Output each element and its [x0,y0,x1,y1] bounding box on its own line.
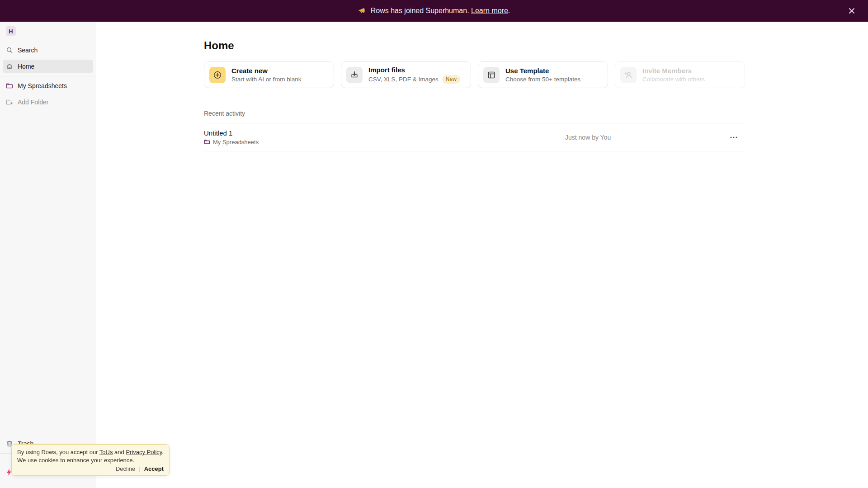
import-files-card[interactable]: Import files CSV, XLS, PDF & ImagesNew [341,61,471,88]
cookie-line1: By using Rows, you accept our ToUs and P… [17,448,164,456]
folder-plus-icon [6,99,13,106]
quick-action-cards: Create new Start with AI or from blank I… [204,61,746,88]
folder-icon [6,82,13,89]
banner-text: Rows has joined Superhuman. [371,7,469,15]
person-plus-icon [620,67,637,83]
template-icon [483,67,500,83]
row-timestamp: Just now by You [565,134,611,141]
card-subtitle: CSV, XLS, PDF & Images [368,76,439,83]
recent-activity-heading: Recent activity [204,110,746,117]
use-template-card[interactable]: Use Template Choose from 50+ templates [478,61,608,88]
decline-button[interactable]: Decline [116,465,135,472]
tou-link[interactable]: ToUs [99,449,113,455]
card-subtitle: Collaborate with others [642,76,705,83]
close-banner-button[interactable] [845,5,858,17]
invite-members-card[interactable]: Invite Members Collaborate with others [615,61,745,88]
card-subtitle: Start with AI or from blank [231,76,302,83]
spreadsheet-title: Untitled 1 [204,129,746,137]
card-title: Import files [368,66,460,74]
sidebar-item-label: Add Folder [18,99,48,106]
cookie-banner: By using Rows, you accept our ToUs and P… [11,444,170,476]
workspace-avatar[interactable]: H [6,26,16,36]
close-icon [849,8,855,14]
sidebar-item-label: Home [18,63,34,70]
sidebar-item-label: Search [18,47,38,54]
sidebar-item-add-folder[interactable]: Add Folder [3,95,93,109]
import-icon [346,67,363,83]
announcement-banner: Rows has joined Superhuman. Learn more. [0,0,868,22]
button-separator: | [139,465,140,472]
sidebar: H Search Home My Spreadsheets Add Folde [0,22,96,488]
ellipsis-icon [730,136,737,138]
location-label: My Spreadsheets [213,139,259,145]
new-badge: New [442,75,460,84]
card-title: Create new [231,67,302,75]
page-title: Home [204,40,746,51]
row-menu-button[interactable] [727,131,740,144]
recent-activity-row[interactable]: Untitled 1 My Spreadsheets Just now by Y… [204,123,746,151]
create-new-card[interactable]: Create new Start with AI or from blank [204,61,334,88]
learn-more-link[interactable]: Learn more [471,7,508,15]
privacy-policy-link[interactable]: Privacy Policy [126,449,162,455]
home-icon [6,63,13,70]
main-area: Home Create new Start with AI or from bl… [96,22,868,488]
sidebar-item-search[interactable]: Search [3,43,93,57]
cookie-actions: Decline | Accept [17,465,164,472]
card-title: Invite Members [642,67,705,75]
card-title: Use Template [505,67,580,75]
sidebar-item-home[interactable]: Home [3,60,93,73]
folder-icon [204,139,210,145]
sidebar-item-my-spreadsheets[interactable]: My Spreadsheets [3,79,93,93]
card-subtitle: Choose from 50+ templates [505,76,580,83]
sidebar-divider [0,76,96,76]
spreadsheet-location-link[interactable]: My Spreadsheets [204,139,746,145]
cookie-line2: We use cookies to enhance your experienc… [17,456,164,465]
megaphone-icon [358,6,367,15]
plus-circle-icon [209,67,226,83]
search-icon [6,47,13,54]
sidebar-item-label: My Spreadsheets [18,82,67,89]
accept-button[interactable]: Accept [144,465,164,472]
banner-text-suffix: . [508,7,510,15]
